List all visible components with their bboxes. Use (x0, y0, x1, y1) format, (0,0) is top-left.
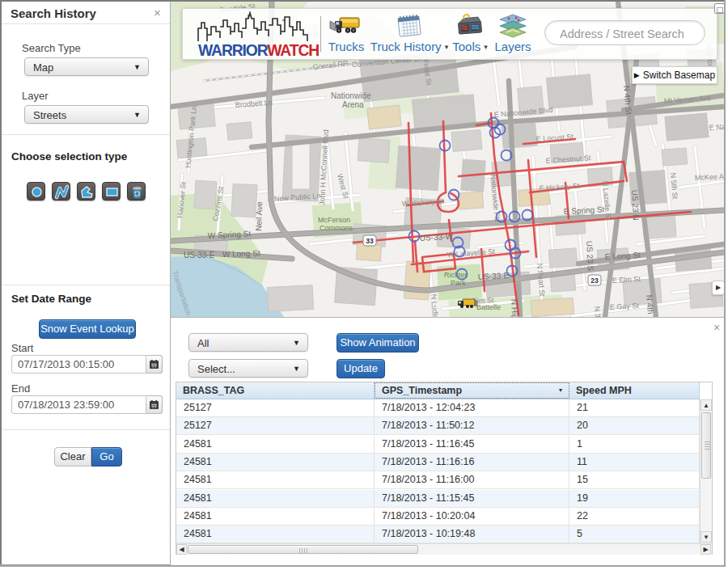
triangle-right-icon: ▶ (634, 71, 640, 79)
table-cell: 11 (569, 454, 700, 471)
vertical-scrollbar[interactable]: ▲ ▼ (700, 399, 712, 543)
app-header: WARRIORWATCH Trucks Truck History▾ Tools (182, 8, 717, 60)
end-date-input[interactable]: 07/18/2013 23:59:00 (11, 395, 146, 414)
layer-select[interactable]: Streets ▼ (24, 105, 149, 124)
table-cell: 25127 (176, 399, 375, 416)
route-filter-value: Select... (197, 363, 235, 375)
horizontal-scroll-thumb[interactable] (188, 545, 418, 554)
truck-filter-value: All (197, 337, 209, 349)
draw-point-tool[interactable] (27, 182, 45, 201)
draw-polyline-tool[interactable] (52, 182, 70, 201)
scroll-left-button[interactable]: ◀ (176, 544, 187, 555)
draw-rectangle-tool[interactable] (102, 182, 121, 201)
end-label: End (11, 382, 30, 395)
svg-text:McFerson: McFerson (318, 216, 350, 224)
grid-body: 251277/18/2013 - 12:04:2321251277/18/201… (176, 399, 700, 543)
table-row[interactable]: 251277/18/2013 - 11:50:1220 (176, 417, 700, 435)
polygon-icon (79, 184, 95, 200)
panel-title: Search History (11, 6, 96, 20)
map-canvas[interactable]: 3323 Goodale StConrail RRConvention Cent… (171, 2, 724, 317)
nav-truck-history-label: Truck History▾ (370, 40, 448, 53)
table-cell: 24581 (176, 490, 375, 507)
polyline-icon (54, 184, 70, 200)
layer-value: Streets (33, 109, 66, 121)
go-button[interactable]: Go (91, 447, 122, 467)
close-icon[interactable]: × (713, 321, 720, 334)
gps-data-grid: BRASS_TAGGPS_Timestamp▾Speed MPH 251277/… (176, 382, 713, 555)
vertical-scroll-thumb[interactable] (701, 412, 711, 479)
show-animation-button[interactable]: Show Animation (336, 333, 419, 353)
layers-icon (484, 13, 542, 39)
table-row[interactable]: 245817/18/2013 - 10:19:485 (176, 526, 700, 543)
clear-selection-tool[interactable] (127, 182, 146, 201)
table-cell: 22 (569, 508, 700, 525)
app-window: Search History × Search Type Map ▼ Layer… (0, 0, 728, 570)
table-row[interactable]: 245817/18/2013 - 11:16:0015 (176, 471, 700, 489)
table-cell: 7/18/2013 - 10:19:48 (375, 526, 569, 543)
truck-filter-select[interactable]: All ▼ (188, 333, 308, 352)
search-type-select[interactable]: Map ▼ (24, 57, 149, 76)
table-row[interactable]: 245817/18/2013 - 11:16:451 (176, 436, 700, 454)
table-cell: 24581 (176, 471, 375, 488)
table-cell: 19 (569, 490, 700, 507)
search-type-value: Map (33, 61, 53, 74)
route-filter-select[interactable]: Select... ▼ (188, 359, 308, 378)
chevron-down-icon: ▼ (133, 58, 141, 77)
snow-event-lookup-button[interactable]: Snow Event Lookup (39, 319, 136, 339)
table-cell: 7/18/2013 - 12:04:23 (375, 399, 569, 416)
table-row[interactable]: 245817/18/2013 - 11:16:1611 (176, 454, 700, 471)
draw-polygon-tool[interactable] (77, 182, 95, 201)
chevron-down-icon: ▼ (293, 334, 300, 353)
table-row[interactable]: 245817/18/2013 - 10:20:0422 (176, 508, 700, 526)
switch-basemap-label: Switch Basemap (643, 70, 715, 81)
nav-trucks-label: Trucks (328, 40, 364, 53)
brand-wordmark: WARRIORWATCH (198, 40, 303, 60)
svg-text:E Gay St: E Gay St (610, 302, 640, 311)
svg-text:E Nag: E Nag (709, 122, 724, 132)
switch-basemap-button[interactable]: ▶Switch Basemap (632, 66, 717, 84)
date-range-heading: Set Date Range (11, 293, 91, 305)
table-row[interactable]: 251277/18/2013 - 12:04:2321 (176, 399, 700, 417)
search-type-label: Search Type (22, 42, 81, 54)
svg-text:N 4th St: N 4th St (645, 294, 656, 317)
table-cell: 24581 (176, 454, 375, 471)
close-icon[interactable]: × (154, 6, 161, 19)
start-date-input[interactable]: 07/17/2013 00:15:00 (11, 355, 146, 374)
column-header-BRASS_TAG[interactable]: BRASS_TAG (176, 382, 375, 399)
warriorwatch-logo: WARRIORWATCH (197, 11, 315, 57)
nav-tools-label: Tools▾ (452, 40, 488, 53)
chevron-down-icon: ▼ (133, 106, 141, 125)
selection-type-heading: Choose selection type (11, 150, 127, 163)
divider (2, 23, 170, 24)
svg-text:Battelle: Battelle (476, 303, 501, 311)
right-panel-toggle[interactable]: ▶ (712, 281, 724, 295)
chevron-down-icon: ▼ (293, 360, 300, 378)
table-cell: 24581 (176, 508, 375, 525)
svg-text:McKee Al: McKee Al (695, 172, 724, 182)
svg-text:Arena: Arena (342, 100, 364, 109)
svg-text:Richter: Richter (444, 271, 468, 279)
scroll-up-button[interactable]: ▲ (700, 399, 712, 411)
rectangle-icon (104, 184, 120, 200)
start-calendar-button[interactable] (146, 355, 163, 374)
end-calendar-button[interactable] (146, 395, 163, 414)
horizontal-scrollbar[interactable]: ◀ ▶ (176, 543, 712, 555)
table-cell: 24581 (176, 436, 375, 453)
table-cell: 5 (569, 526, 700, 543)
map-overview-icon[interactable] (714, 3, 724, 14)
column-header-GPS_Timestamp[interactable]: GPS_Timestamp▾ (375, 382, 569, 399)
address-search-input[interactable] (558, 24, 699, 43)
divider (2, 134, 170, 135)
update-button[interactable]: Update (336, 359, 385, 378)
svg-text:Commons: Commons (320, 224, 353, 232)
nav-layers[interactable]: Layers (484, 13, 542, 57)
table-row[interactable]: 245817/18/2013 - 11:15:4519 (176, 490, 700, 508)
clear-button[interactable]: Clear (54, 447, 91, 467)
city-skyline-icon (197, 11, 315, 43)
scroll-right-button[interactable]: ▶ (700, 544, 711, 555)
divider (2, 429, 170, 430)
scroll-down-button[interactable]: ▼ (700, 531, 712, 543)
grid-header-row: BRASS_TAGGPS_Timestamp▾Speed MPH (176, 382, 700, 399)
table-cell: 15 (569, 471, 700, 488)
column-header-Speed MPH[interactable]: Speed MPH (569, 382, 700, 399)
